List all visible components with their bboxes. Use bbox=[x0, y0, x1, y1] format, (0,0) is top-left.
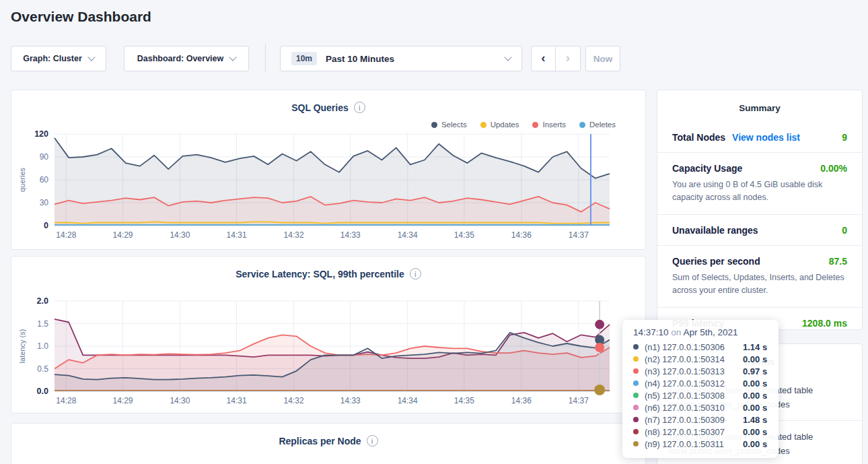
y-axis-tick-label: 0.5 bbox=[37, 364, 48, 374]
tooltip-timestamp: 14:37:10 on Apr 5th, 2021 bbox=[633, 327, 769, 337]
y-axis-tick-label: 0 bbox=[44, 221, 48, 230]
x-axis-tick-label: 14:28 bbox=[56, 396, 76, 405]
y-axis-label: latency (s) bbox=[18, 329, 26, 364]
sql-queries-chart[interactable]: 14:2814:2914:3014:3114:3214:3314:3414:35… bbox=[11, 90, 645, 249]
replicas-per-node-title-text: Replicas per Node bbox=[279, 436, 361, 446]
replicas-per-node-card: Replicas per Node i bbox=[11, 423, 646, 464]
x-axis-tick-label: 14:37 bbox=[569, 230, 589, 240]
replicas-per-node-title: Replicas per Node i bbox=[11, 435, 645, 446]
summary-title: Summary bbox=[657, 90, 862, 113]
time-next-button[interactable]: › bbox=[555, 46, 581, 71]
service-latency-chart[interactable]: 14:2814:2914:3014:3114:3214:3314:3414:35… bbox=[11, 257, 645, 413]
tooltip-row-n2: (n2) 127.0.0.1:503140.00 s bbox=[633, 353, 769, 365]
total-nodes-value: 9 bbox=[842, 132, 847, 143]
hover-marker-dot bbox=[594, 385, 605, 395]
view-nodes-list-link[interactable]: View nodes list bbox=[732, 132, 800, 143]
n5-dot-icon bbox=[633, 393, 639, 398]
time-range-selector[interactable]: 10m Past 10 Minutes bbox=[280, 46, 522, 71]
n7-dot-icon bbox=[633, 417, 639, 422]
now-button-label: Now bbox=[593, 54, 613, 64]
chart-hover-tooltip: 14:37:10 on Apr 5th, 2021 (n1) 127.0.0.1… bbox=[622, 320, 779, 458]
chevron-right-icon: › bbox=[566, 51, 570, 65]
x-axis-tick-label: 14:32 bbox=[284, 230, 304, 240]
chevron-down-icon bbox=[87, 53, 95, 61]
y-axis-tick-label: 2.0 bbox=[37, 296, 48, 306]
x-axis-tick-label: 14:36 bbox=[511, 396, 532, 405]
y-axis-tick-label: 30 bbox=[40, 198, 49, 207]
graph-dropdown-label: Graph: Cluster bbox=[23, 54, 82, 63]
tooltip-row-n5: (n5) 127.0.0.1:503080.00 s bbox=[633, 389, 769, 401]
x-axis-tick-label: 14:30 bbox=[170, 396, 190, 405]
x-axis-tick-label: 14:35 bbox=[454, 396, 474, 405]
x-axis-tick-label: 14:34 bbox=[398, 230, 418, 240]
chevron-down-icon bbox=[229, 53, 237, 61]
service-latency-card: Service Latency: SQL, 99th percentile i … bbox=[11, 256, 646, 413]
tooltip-row-n1: (n1) 127.0.0.1:503061.14 s bbox=[633, 341, 769, 353]
x-axis-tick-label: 14:32 bbox=[284, 396, 304, 405]
summary-panel: Summary Total Nodes View nodes list 9 Ca… bbox=[657, 90, 863, 330]
n2-dot-icon bbox=[633, 356, 639, 362]
n1-dot-icon bbox=[633, 344, 639, 350]
x-axis-tick-label: 14:36 bbox=[511, 230, 532, 240]
sql-queries-card: SQL Queries i Selects Updates Inserts De… bbox=[11, 90, 646, 250]
graph-dropdown[interactable]: Graph: Cluster bbox=[11, 46, 106, 71]
hover-marker-dot bbox=[595, 320, 604, 329]
summary-row-capacity: Capacity Usage 0.00% You are using 0 B o… bbox=[657, 153, 862, 215]
info-icon[interactable]: i bbox=[367, 435, 378, 446]
summary-row-total-nodes: Total Nodes View nodes list 9 bbox=[657, 122, 862, 153]
time-range-label: Past 10 Minutes bbox=[326, 54, 394, 64]
chevron-left-icon: ‹ bbox=[541, 51, 545, 65]
n6-dot-icon bbox=[633, 405, 639, 410]
y-axis-tick-label: 1.5 bbox=[37, 319, 48, 329]
chart-canvas: 14:2814:2914:3014:3114:3214:3314:3414:35… bbox=[11, 257, 647, 414]
hover-marker-dot bbox=[595, 343, 604, 352]
dashboard-dropdown[interactable]: Dashboard: Overview bbox=[124, 46, 249, 71]
x-axis-tick-label: 14:31 bbox=[227, 396, 247, 405]
tooltip-row-n9: (n9) 127.0.0.1:503110.00 s bbox=[633, 438, 769, 450]
y-axis-tick-label: 0.0 bbox=[37, 387, 48, 396]
x-axis-tick-label: 14:28 bbox=[56, 230, 76, 240]
x-axis-tick-label: 14:37 bbox=[569, 396, 589, 405]
queries-per-second-value: 87.5 bbox=[829, 256, 847, 267]
x-axis-tick-label: 14:29 bbox=[112, 396, 133, 405]
capacity-usage-desc: You are using 0 B of 4.5 GiB usable disk… bbox=[672, 178, 847, 205]
n4-dot-icon bbox=[633, 380, 639, 386]
chart-canvas: 14:2814:2914:3014:3114:3214:3314:3414:35… bbox=[11, 90, 647, 251]
x-axis-tick-label: 14:33 bbox=[340, 396, 361, 405]
queries-per-second-desc: Sum of Selects, Updates, Inserts, and De… bbox=[672, 271, 847, 298]
p99-latency-value: 1208.0 ms bbox=[802, 318, 847, 329]
unavailable-ranges-label: Unavailable ranges bbox=[672, 225, 758, 236]
y-axis-tick-label: 120 bbox=[34, 129, 48, 139]
x-axis-tick-label: 14:34 bbox=[398, 396, 418, 405]
summary-row-unavailable-ranges: Unavailable ranges 0 bbox=[657, 215, 862, 246]
n3-dot-icon bbox=[633, 368, 639, 374]
capacity-usage-label: Capacity Usage bbox=[672, 163, 742, 174]
tooltip-row-n6: (n6) 127.0.0.1:503100.00 s bbox=[633, 401, 769, 413]
tooltip-row-n4: (n4) 127.0.0.1:503120.00 s bbox=[633, 377, 769, 389]
x-axis-tick-label: 14:35 bbox=[454, 230, 474, 240]
tooltip-row-n7: (n7) 127.0.0.1:503091.48 s bbox=[633, 413, 769, 426]
y-axis-label: queries bbox=[18, 167, 26, 192]
dashboard-dropdown-label: Dashboard: Overview bbox=[137, 54, 224, 63]
x-axis-tick-label: 14:31 bbox=[227, 230, 247, 240]
unavailable-ranges-value: 0 bbox=[842, 225, 847, 236]
chevron-down-icon bbox=[504, 53, 511, 61]
y-axis-tick-label: 60 bbox=[40, 175, 49, 185]
x-axis-tick-label: 14:30 bbox=[170, 230, 190, 240]
x-axis-tick-label: 14:29 bbox=[112, 230, 133, 240]
tooltip-row-n8: (n8) 127.0.0.1:503070.00 s bbox=[633, 426, 769, 438]
y-axis-tick-label: 90 bbox=[40, 152, 49, 162]
page-title: Overview Dashboard bbox=[11, 9, 151, 25]
now-button[interactable]: Now bbox=[585, 46, 620, 71]
n9-dot-icon bbox=[633, 441, 639, 446]
controls-divider bbox=[265, 44, 266, 72]
queries-per-second-label: Queries per second bbox=[672, 256, 760, 267]
time-range-badge: 10m bbox=[291, 52, 317, 65]
total-nodes-label: Total Nodes bbox=[672, 132, 725, 143]
y-axis-tick-label: 1.0 bbox=[37, 341, 48, 351]
n8-dot-icon bbox=[633, 429, 639, 434]
x-axis-tick-label: 14:33 bbox=[340, 230, 361, 240]
tooltip-row-n3: (n3) 127.0.0.1:503130.97 s bbox=[633, 365, 769, 377]
capacity-usage-value: 0.00% bbox=[820, 163, 847, 174]
time-prev-button[interactable]: ‹ bbox=[531, 46, 556, 71]
